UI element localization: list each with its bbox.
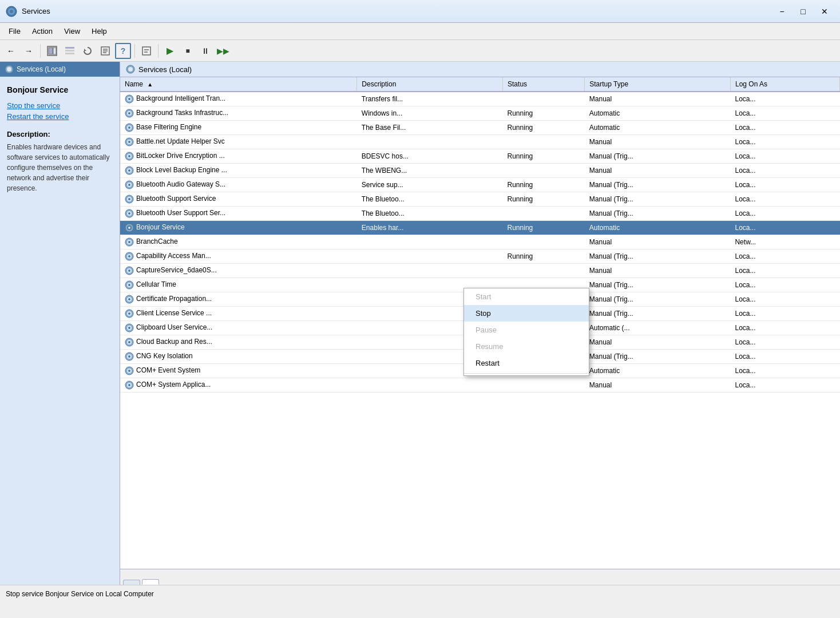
svg-point-56	[128, 255, 130, 258]
restart-link[interactable]: Restart the service	[7, 112, 113, 121]
table-row[interactable]: Block Level Backup Engine ... The WBENG.…	[120, 164, 840, 178]
cell-logon: Loca...	[730, 321, 839, 335]
menu-action[interactable]: Action	[26, 25, 58, 38]
cell-logon: Loca...	[730, 307, 839, 321]
stop-service-button[interactable]: ■	[180, 43, 196, 59]
cell-logon: Loca...	[730, 221, 839, 235]
restore-button[interactable]: □	[793, 3, 813, 19]
table-row[interactable]: COM+ System Applica... Manual Loca...	[120, 378, 840, 393]
cell-startup: Manual (Trig...	[585, 278, 731, 292]
show-hide-console-button[interactable]	[44, 43, 60, 59]
cell-name: CNG Key Isolation	[120, 350, 357, 364]
cell-startup: Manual	[585, 378, 731, 393]
cell-startup: Manual (Trig...	[585, 292, 731, 307]
services-table-container[interactable]: Name ▲ Description Status Startup Type L…	[120, 77, 840, 569]
svg-rect-7	[65, 50, 74, 52]
cell-startup: Manual (Trig...	[585, 249, 731, 264]
cell-desc	[357, 249, 503, 264]
cell-logon: Loca...	[730, 164, 839, 178]
svg-point-83	[128, 384, 130, 386]
table-row[interactable]: Base Filtering Engine The Base Fil... Ru…	[120, 121, 840, 135]
forward-button[interactable]: →	[21, 43, 37, 59]
close-button[interactable]: ✕	[814, 3, 834, 19]
cell-name: Block Level Backup Engine ...	[120, 164, 357, 178]
cell-name: Battle.net Update Helper Svc	[120, 135, 357, 149]
menu-file[interactable]: File	[3, 25, 26, 38]
stop-link[interactable]: Stop the service	[7, 101, 113, 110]
cell-startup: Manual (Trig...	[585, 350, 731, 364]
svg-point-65	[128, 298, 130, 300]
svg-point-62	[128, 284, 130, 286]
list-view-button[interactable]	[62, 43, 78, 59]
table-row[interactable]: Bluetooth Support Service The Bluetoo...…	[120, 192, 840, 207]
cell-desc: The WBENG...	[357, 164, 503, 178]
status-text: Stop service Bonjour Service on Local Co…	[6, 590, 154, 598]
restart-service-button[interactable]: ▶▶	[215, 43, 231, 59]
table-row[interactable]: Bonjour Service Enables har... Running A…	[120, 221, 840, 235]
table-row[interactable]: Capability Access Man... Running Manual …	[120, 249, 840, 264]
table-row[interactable]: BitLocker Drive Encryption ... BDESVC ho…	[120, 149, 840, 164]
cell-name: Background Tasks Infrastruc...	[120, 106, 357, 121]
table-row[interactable]: Bluetooth User Support Ser... The Blueto…	[120, 207, 840, 221]
cell-name: BranchCache	[120, 235, 357, 249]
col-status[interactable]: Status	[503, 77, 585, 92]
export-button[interactable]	[97, 43, 113, 59]
col-description[interactable]: Description	[357, 77, 503, 92]
description-text: Enables hardware devices and software se…	[7, 142, 113, 193]
cell-status: Running	[503, 149, 585, 164]
back-button[interactable]: ←	[3, 43, 19, 59]
cell-name: Certificate Propagation...	[120, 292, 357, 307]
cell-startup: Manual (Trig...	[585, 149, 731, 164]
cell-status: Running	[503, 178, 585, 192]
col-startup[interactable]: Startup Type	[585, 77, 731, 92]
start-service-button[interactable]: ▶	[162, 43, 178, 59]
cell-status	[503, 378, 585, 393]
right-header: Services (Local)	[120, 62, 840, 77]
svg-point-47	[128, 212, 130, 215]
refresh-button[interactable]	[80, 43, 96, 59]
cell-logon: Loca...	[730, 149, 839, 164]
cell-logon: Loca...	[730, 249, 839, 264]
svg-point-26	[128, 112, 130, 114]
context-menu-item-stop[interactable]: Stop	[464, 305, 589, 322]
svg-point-80	[128, 370, 130, 372]
svg-point-77	[128, 355, 130, 358]
table-row[interactable]: CaptureService_6dae0S... Manual Loca...	[120, 264, 840, 278]
menu-help[interactable]: Help	[86, 25, 113, 38]
tab-standard[interactable]	[142, 579, 159, 585]
window-title: Services	[22, 7, 772, 15]
col-name[interactable]: Name ▲	[120, 77, 357, 92]
cell-desc	[357, 135, 503, 149]
cell-desc	[357, 264, 503, 278]
minimize-button[interactable]: −	[772, 3, 792, 19]
context-menu-item-restart[interactable]: Restart	[464, 355, 589, 371]
cell-name: Cellular Time	[120, 278, 357, 292]
cell-name: Cloud Backup and Res...	[120, 335, 357, 350]
table-row[interactable]: Battle.net Update Helper Svc Manual Loca…	[120, 135, 840, 149]
cell-name: CaptureService_6dae0S...	[120, 264, 357, 278]
pause-service-button[interactable]: ⏸	[197, 43, 213, 59]
cell-logon: Loca...	[730, 264, 839, 278]
description-label: Description:	[7, 130, 113, 138]
menu-view[interactable]: View	[58, 25, 86, 38]
cell-status	[503, 92, 585, 106]
cell-logon: Loca...	[730, 178, 839, 192]
cell-status: Running	[503, 121, 585, 135]
tab-extended[interactable]	[123, 580, 140, 585]
col-logon[interactable]: Log On As	[730, 77, 839, 92]
selected-service-title: Bonjour Service	[7, 85, 113, 94]
cell-logon: Loca...	[730, 364, 839, 378]
cell-name: Background Intelligent Tran...	[120, 92, 357, 106]
context-menu-item-resume: Resume	[464, 338, 589, 355]
status-bar: Stop service Bonjour Service on Local Co…	[0, 585, 840, 602]
table-row[interactable]: Bluetooth Audio Gateway S... Service sup…	[120, 178, 840, 192]
left-panel-header: Services (Local)	[0, 62, 120, 77]
window-controls: − □ ✕	[772, 3, 834, 19]
help-button[interactable]: ?	[115, 43, 131, 59]
cell-startup: Manual	[585, 264, 731, 278]
cell-desc: Service sup...	[357, 178, 503, 192]
table-row[interactable]: Background Intelligent Tran... Transfers…	[120, 92, 840, 106]
properties-button[interactable]	[138, 43, 154, 59]
table-row[interactable]: BranchCache Manual Netw...	[120, 235, 840, 249]
table-row[interactable]: Background Tasks Infrastruc... Windows i…	[120, 106, 840, 121]
